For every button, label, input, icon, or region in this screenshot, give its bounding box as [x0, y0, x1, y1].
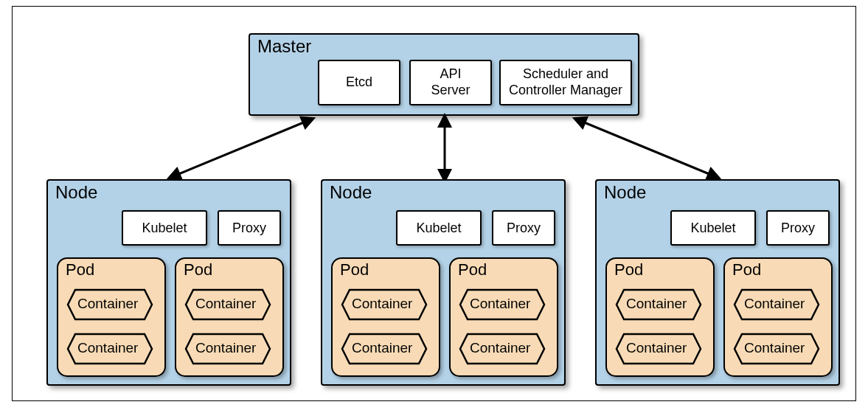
node-box-3: Node Kubelet Proxy Pod Container Contain…	[595, 179, 840, 386]
pod-box: Pod Container Container	[175, 257, 284, 377]
api-server-label: API Server	[431, 66, 470, 98]
master-title: Master	[257, 36, 311, 57]
kubelet-box: Kubelet	[396, 210, 482, 246]
container-label: Container	[352, 296, 412, 312]
node-title: Node	[604, 182, 646, 203]
node-box-1: Node Kubelet Proxy Pod Container Contain…	[46, 179, 291, 386]
pod-title: Pod	[732, 260, 761, 280]
container-box: Container	[615, 333, 702, 365]
node-title: Node	[330, 182, 372, 203]
container-box: Container	[184, 288, 271, 321]
container-label: Container	[744, 296, 805, 312]
container-box: Container	[341, 333, 428, 365]
container-box: Container	[615, 288, 702, 321]
container-box: Container	[66, 288, 153, 321]
svg-line-2	[579, 120, 715, 176]
pod-box: Pod Container Container	[331, 257, 440, 377]
pod-box: Pod Container Container	[723, 257, 833, 377]
diagram-frame: Master Etcd API Server Scheduler and Con…	[12, 6, 856, 401]
proxy-box: Proxy	[492, 210, 555, 246]
container-label: Container	[744, 340, 805, 356]
container-box: Container	[341, 288, 428, 321]
proxy-box: Proxy	[218, 210, 281, 246]
etcd-box: Etcd	[318, 60, 400, 105]
kubelet-box: Kubelet	[122, 210, 207, 246]
kubelet-box: Kubelet	[670, 210, 756, 246]
pod-title: Pod	[614, 260, 643, 280]
pod-title: Pod	[340, 260, 369, 280]
pod-title: Pod	[458, 260, 487, 280]
container-label: Container	[195, 296, 256, 312]
container-label: Container	[626, 340, 687, 356]
pod-title: Pod	[66, 260, 94, 280]
api-server-box: API Server	[409, 60, 492, 105]
container-box: Container	[733, 288, 820, 321]
container-label: Container	[470, 296, 530, 312]
svg-line-0	[173, 120, 309, 176]
container-box: Container	[184, 333, 271, 365]
proxy-box: Proxy	[766, 210, 830, 246]
container-label: Container	[77, 296, 138, 312]
pod-box: Pod Container Container	[449, 257, 558, 377]
master-box: Master Etcd API Server Scheduler and Con…	[249, 33, 639, 116]
pod-box: Pod Container Container	[605, 257, 715, 377]
pod-box: Pod Container Container	[57, 257, 166, 377]
scheduler-label: Scheduler and Controller Manager	[509, 66, 622, 98]
container-label: Container	[626, 296, 687, 312]
scheduler-box: Scheduler and Controller Manager	[499, 60, 632, 105]
container-box: Container	[66, 333, 153, 365]
container-box: Container	[459, 333, 546, 365]
pod-title: Pod	[184, 260, 212, 280]
node-title: Node	[55, 182, 97, 203]
container-label: Container	[195, 340, 256, 356]
container-label: Container	[470, 340, 530, 356]
container-box: Container	[733, 333, 820, 365]
arrow-master-node2	[426, 111, 470, 185]
container-label: Container	[352, 340, 412, 356]
node-box-2: Node Kubelet Proxy Pod Container Contain…	[321, 179, 566, 386]
container-box: Container	[459, 288, 546, 321]
container-label: Container	[77, 340, 138, 356]
